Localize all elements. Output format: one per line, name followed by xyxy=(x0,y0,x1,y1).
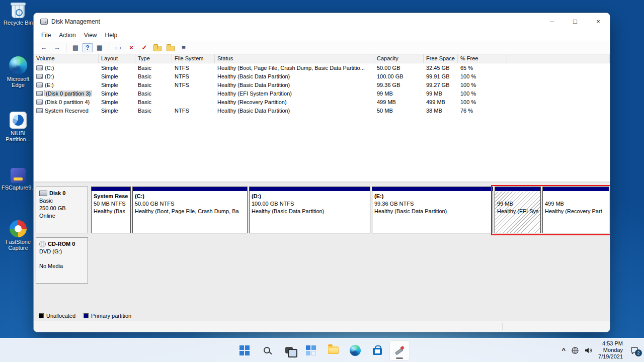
partition-recovery[interactable]: 499 MB Healthy (Recovery Part xyxy=(542,187,609,233)
store-icon xyxy=(373,348,382,355)
fscapture-icon xyxy=(11,168,26,183)
menu-bar: File Action View Help xyxy=(34,30,610,41)
col-layout[interactable]: Layout xyxy=(99,54,135,63)
volume-list: Volume Layout Type File System Status Ca… xyxy=(34,54,610,182)
partition-d[interactable]: (D:) 100.00 GB NTFS Healthy (Basic Data … xyxy=(249,187,370,233)
desktop-icon-label: Recycle Bin xyxy=(2,20,35,26)
drive-icon xyxy=(36,100,43,105)
minimize-button[interactable]: – xyxy=(540,13,564,30)
notification-count-badge: 2 xyxy=(635,349,642,356)
menu-help[interactable]: Help xyxy=(101,31,122,40)
primary-partition-swatch xyxy=(84,313,89,318)
desktop-icon-label: FastStone Capture xyxy=(2,239,35,251)
open-folder-up-icon[interactable] xyxy=(151,42,164,53)
menu-view[interactable]: View xyxy=(80,31,101,40)
clock-day: Monday xyxy=(598,347,623,353)
hidden-icons-chevron[interactable]: ^ xyxy=(560,346,567,354)
col-file-system[interactable]: File System xyxy=(172,54,215,63)
task-view-button[interactable] xyxy=(279,340,299,360)
disk-tool-app-button[interactable] xyxy=(389,340,410,360)
col-free-space[interactable]: Free Space xyxy=(424,54,458,63)
volume-row-recovery-partition[interactable]: (Disk 0 partition 4) SimpleBasic Healthy… xyxy=(34,98,610,106)
col-capacity[interactable]: Capacity xyxy=(374,54,424,63)
primary-partition-bar xyxy=(250,187,370,192)
detail-view-icon[interactable]: ▦ xyxy=(94,42,106,53)
menu-file[interactable]: File xyxy=(37,31,55,40)
col-pct-free[interactable]: % Free xyxy=(458,54,507,63)
drive-icon xyxy=(36,91,43,96)
store-button[interactable] xyxy=(367,340,387,360)
taskbar-center-icons xyxy=(234,338,410,362)
mark-active-icon[interactable]: ✓ xyxy=(138,42,150,53)
recycle-bin-icon xyxy=(12,4,25,18)
task-view-icon xyxy=(285,347,293,353)
volume-icon[interactable] xyxy=(583,344,593,356)
titlebar[interactable]: Disk Management – □ × xyxy=(34,13,610,30)
clock-time: 4:53 PM xyxy=(598,340,623,347)
close-button[interactable]: × xyxy=(587,13,610,30)
list-view-icon[interactable]: ≡ xyxy=(178,42,190,53)
faststone-icon xyxy=(10,220,27,237)
volume-row-e[interactable]: (E:) SimpleBasic NTFSHealthy (Basic Data… xyxy=(34,80,610,89)
desktop-icon-faststone-capture[interactable]: FastStone Capture xyxy=(2,220,35,251)
desktop-icon-label: FSCapture9.4 xyxy=(2,185,35,191)
edge-button[interactable] xyxy=(345,340,365,360)
folder-icon[interactable] xyxy=(165,42,177,53)
cd-icon xyxy=(39,241,46,247)
search-button[interactable] xyxy=(257,340,277,360)
col-type[interactable]: Type xyxy=(135,54,172,63)
menu-action[interactable]: Action xyxy=(55,31,79,40)
maximize-button[interactable]: □ xyxy=(564,13,587,30)
desktop-icon-label: NIUBI Partition... xyxy=(2,130,35,142)
volume-row-d[interactable]: (D:) SimpleBasic NTFSHealthy (Basic Data… xyxy=(34,72,610,80)
widgets-button[interactable] xyxy=(301,340,321,360)
graphical-view: Disk 0 Basic 250.00 GB Online System Res… xyxy=(34,182,610,311)
edge-icon xyxy=(9,56,27,74)
window-title: Disk Management xyxy=(51,18,100,25)
file-explorer-icon xyxy=(328,346,339,354)
desktop-icon-microsoft-edge[interactable]: Microsoft Edge xyxy=(2,56,35,88)
volume-row-efi-partition[interactable]: (Disk 0 partition 3) SimpleBasic Healthy… xyxy=(34,89,610,98)
desktop-icon-fscapture[interactable]: FSCapture9.4 xyxy=(2,168,35,191)
col-volume[interactable]: Volume xyxy=(34,54,99,63)
partition-e[interactable]: (E:) 99.36 GB NTFS Healthy (Basic Data P… xyxy=(372,187,493,233)
tool-icon xyxy=(394,345,405,356)
back-icon[interactable]: ← xyxy=(38,42,50,53)
disk-icon xyxy=(39,191,47,196)
volume-row-system-reserved[interactable]: System Reserved SimpleBasic NTFSHealthy … xyxy=(34,106,610,115)
disk0-info-panel[interactable]: Disk 0 Basic 250.00 GB Online xyxy=(36,187,88,233)
primary-partition-bar xyxy=(372,187,493,192)
taskbar: ^ 4:53 PM Monday 7/19/2021 2 xyxy=(0,338,644,362)
desktop-icon-label: Microsoft Edge xyxy=(2,76,35,88)
taskbar-clock[interactable]: 4:53 PM Monday 7/19/2021 xyxy=(596,340,625,360)
legend-primary-partition: Primary partition xyxy=(84,313,131,319)
primary-partition-bar xyxy=(92,187,130,192)
volume-list-header: Volume Layout Type File System Status Ca… xyxy=(34,54,610,63)
network-icon[interactable] xyxy=(570,344,580,356)
help-icon[interactable]: ? xyxy=(83,43,93,52)
desktop-icon-recycle-bin[interactable]: Recycle Bin xyxy=(2,4,35,26)
start-button[interactable] xyxy=(234,340,255,360)
disk-management-window: Disk Management – □ × File Action View H… xyxy=(33,13,610,332)
drive-icon xyxy=(36,108,43,113)
display-icon[interactable]: ▭ xyxy=(112,42,124,53)
partition-efi-system[interactable]: 99 MB Healthy (EFI Sys xyxy=(495,187,541,233)
disk0-row: Disk 0 Basic 250.00 GB Online System Res… xyxy=(36,187,609,233)
windows-logo-icon xyxy=(239,345,250,355)
partition-system-reserved[interactable]: System Rese 50 MB NTFS Healthy (Bas xyxy=(91,187,131,233)
partition-c[interactable]: (C:) 50.00 GB NTFS Healthy (Boot, Page F… xyxy=(132,187,248,233)
volume-row-c[interactable]: (C:) SimpleBasic NTFSHealthy (Boot, Page… xyxy=(34,63,610,72)
primary-partition-bar xyxy=(133,187,247,192)
status-bar-divider xyxy=(502,323,503,330)
delete-volume-icon[interactable]: × xyxy=(125,42,137,53)
cdrom-info-panel[interactable]: CD-ROM 0 DVD (G:) No Media xyxy=(36,237,88,284)
status-bar xyxy=(34,321,610,332)
disk0-size: 250.00 GB xyxy=(39,205,85,212)
file-explorer-button[interactable] xyxy=(323,340,343,360)
console-tree-icon[interactable]: ▤ xyxy=(69,42,82,53)
notification-button[interactable]: 2 xyxy=(628,344,641,357)
col-status[interactable]: Status xyxy=(215,54,374,63)
forward-icon[interactable]: → xyxy=(51,42,63,53)
toolbar-separator xyxy=(66,43,66,52)
desktop-icon-niubi-partition[interactable]: NIUBI Partition... xyxy=(2,112,35,142)
